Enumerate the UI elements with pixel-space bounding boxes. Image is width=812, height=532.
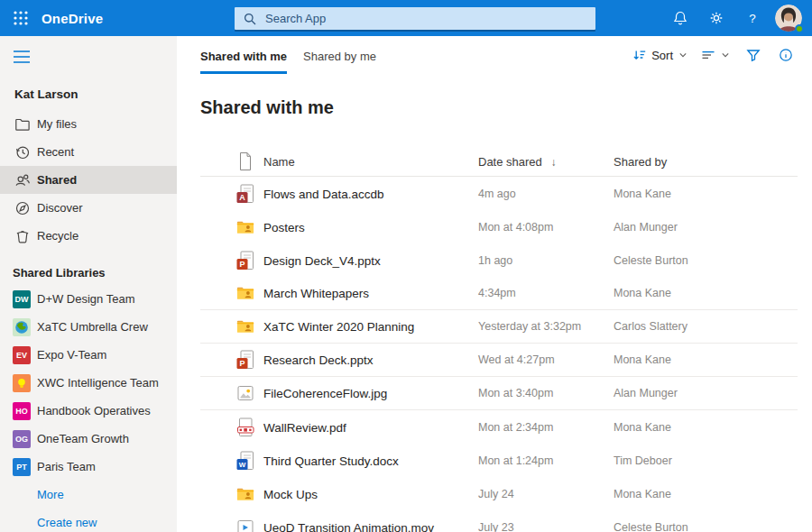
file-shared-by: Mona Kane	[614, 488, 671, 500]
app-title[interactable]: OneDrive	[42, 11, 103, 26]
help-button[interactable]: ?	[734, 0, 770, 36]
library-tile: DW	[13, 290, 31, 308]
file-name[interactable]: Flows and Data.accdb	[263, 187, 384, 200]
file-date-shared: Yesterday at 3:32pm	[478, 320, 581, 333]
sidebar-nav: My files Recent Shared Discover Recycle	[0, 110, 177, 250]
document-icon[interactable]	[236, 151, 254, 171]
file-row[interactable]: FileCoherenceFlow.jpg Mon at 3:40pm Alan…	[200, 377, 798, 410]
sidebar: Kat Larson My files Recent Shared Discov…	[0, 36, 177, 532]
sidebar-item-label: Discover	[37, 201, 83, 215]
shared-libraries-list: DW D+W Design Team XaTC Umbrella Crew EV…	[0, 285, 177, 481]
file-row[interactable]: W Third Quarter Study.docx Mon at 1:24pm…	[200, 444, 798, 477]
file-name[interactable]: XaTC Winter 2020 Planning	[263, 320, 414, 334]
more-link[interactable]: More	[0, 481, 177, 509]
sidebar-item-recycle[interactable]: Recycle	[0, 222, 177, 250]
sidebar-item-label: My files	[37, 117, 77, 131]
sidebar-item-my-files[interactable]: My files	[0, 110, 177, 138]
app-launcher-icon	[13, 10, 29, 26]
tab-shared-with-me[interactable]: Shared with me	[200, 50, 287, 74]
library-label: Expo V-Team	[37, 348, 106, 362]
settings-button[interactable]	[698, 0, 734, 36]
search-box[interactable]	[235, 7, 595, 30]
info-button[interactable]	[774, 43, 798, 67]
video-file-icon	[236, 518, 254, 532]
file-name[interactable]: Posters	[263, 220, 305, 234]
top-bar: OneDrive ?	[0, 0, 812, 36]
library-item-xatc-umbrella-crew[interactable]: XaTC Umbrella Crew	[0, 313, 177, 341]
view-lines-icon	[701, 48, 715, 62]
column-header-shared-by[interactable]: Shared by	[614, 155, 667, 169]
library-label: Handbook Operatives	[37, 404, 151, 417]
sidebar-item-label: Recent	[37, 145, 74, 159]
file-row[interactable]: UeoD Transition Animation.mov July 23 Ce…	[200, 510, 798, 532]
svg-text:?: ?	[749, 12, 756, 25]
file-row[interactable]: A Flows and Data.accdb 4m ago Mona Kane	[200, 177, 798, 210]
file-date-shared: 4:34pm	[478, 287, 516, 299]
main-content: Shared with me Shared by me Sort	[177, 36, 812, 532]
file-row[interactable]: Posters Mon at 4:08pm Alan Munger	[200, 210, 798, 243]
library-label: XWC Intelligence Team	[37, 376, 159, 390]
file-row[interactable]: P Design Deck_V4.pptx 1h ago Celeste Bur…	[200, 243, 798, 277]
file-row[interactable]: P Research Deck.pptx Wed at 4:27pm Mona …	[200, 344, 798, 377]
sorted-descending-icon: ↓	[550, 156, 556, 169]
file-name[interactable]: UeoD Transition Animation.mov	[263, 520, 434, 532]
library-item-paris-team[interactable]: PT Paris Team	[0, 453, 177, 481]
files-table: Name Date shared ↓ Shared by A Flows and…	[200, 147, 798, 532]
sidebar-item-recent[interactable]: Recent	[0, 138, 177, 166]
library-item-xwc-intelligence-team[interactable]: XWC Intelligence Team	[0, 369, 177, 397]
presence-indicator	[795, 24, 804, 33]
shared-folder-icon	[236, 484, 254, 504]
file-date-shared: 1h ago	[478, 254, 512, 267]
sidebar-item-discover[interactable]: Discover	[0, 194, 177, 222]
file-name[interactable]: WallReview.pdf	[263, 420, 346, 434]
sidebar-item-label: Shared	[37, 173, 77, 187]
bell-icon	[672, 10, 688, 26]
file-name[interactable]: FileCoherenceFlow.jpg	[263, 387, 387, 400]
file-shared-by: Celeste Burton	[614, 254, 688, 267]
chevron-down-icon	[720, 50, 731, 60]
library-item-oneteam-growth[interactable]: OG OneTeam Growth	[0, 425, 177, 453]
file-name[interactable]: Third Quarter Study.docx	[263, 454, 399, 467]
file-row[interactable]: March Whitepapers 4:34pm Mona Kane	[200, 277, 798, 310]
filter-button[interactable]	[742, 43, 765, 67]
file-name[interactable]: March Whitepapers	[263, 287, 369, 300]
column-header-date-shared[interactable]: Date shared ↓	[478, 155, 556, 169]
library-item-dw-design-team[interactable]: DW D+W Design Team	[0, 285, 177, 313]
library-item-expo-v-team[interactable]: EV Expo V-Team	[0, 341, 177, 369]
file-date-shared: July 23	[478, 521, 514, 532]
sort-label: Sort	[651, 49, 673, 62]
file-shared-by: Alan Munger	[614, 387, 678, 399]
account-avatar[interactable]	[770, 0, 807, 36]
create-new-link[interactable]: Create new	[0, 509, 177, 532]
sidebar-item-shared[interactable]: Shared	[0, 166, 177, 194]
help-icon: ?	[744, 10, 761, 26]
view-options-button[interactable]	[699, 44, 733, 66]
file-date-shared: Mon at 1:24pm	[478, 454, 553, 467]
file-name[interactable]: Design Deck_V4.pptx	[263, 253, 381, 267]
tab-shared-by-me[interactable]: Shared by me	[303, 50, 376, 74]
file-row[interactable]: XaTC Winter 2020 Planning Yesterday at 3…	[200, 310, 798, 344]
file-date-shared: July 24	[478, 488, 514, 500]
library-item-handbook-operatives[interactable]: HO Handbook Operatives	[0, 397, 177, 425]
library-tile: OG	[13, 430, 31, 448]
file-date-shared: Wed at 4:27pm	[478, 353, 555, 366]
file-date-shared: Mon at 3:40pm	[478, 387, 553, 399]
file-row[interactable]: Mock Ups July 24 Mona Kane	[200, 477, 798, 510]
menu-toggle-button[interactable]	[13, 50, 31, 64]
search-input[interactable]	[263, 11, 587, 26]
file-name[interactable]: Mock Ups	[263, 487, 318, 500]
library-tile: EV	[13, 346, 31, 364]
sort-button[interactable]: Sort	[631, 44, 690, 66]
filter-funnel-icon	[746, 48, 761, 62]
app-launcher-button[interactable]	[0, 0, 42, 36]
column-header-name[interactable]: Name	[263, 155, 295, 169]
file-date-shared: Mon at 4:08pm	[478, 221, 553, 234]
word-file-icon: W	[236, 451, 254, 471]
file-name[interactable]: Research Deck.pptx	[263, 353, 374, 367]
file-row[interactable]: WallReview.pdf Mon at 2:34pm Mona Kane	[200, 410, 798, 444]
notifications-button[interactable]	[662, 0, 698, 36]
file-shared-by: Mona Kane	[614, 188, 671, 200]
hamburger-icon	[13, 50, 31, 64]
history-icon	[14, 144, 31, 161]
svg-text:W: W	[239, 461, 246, 469]
